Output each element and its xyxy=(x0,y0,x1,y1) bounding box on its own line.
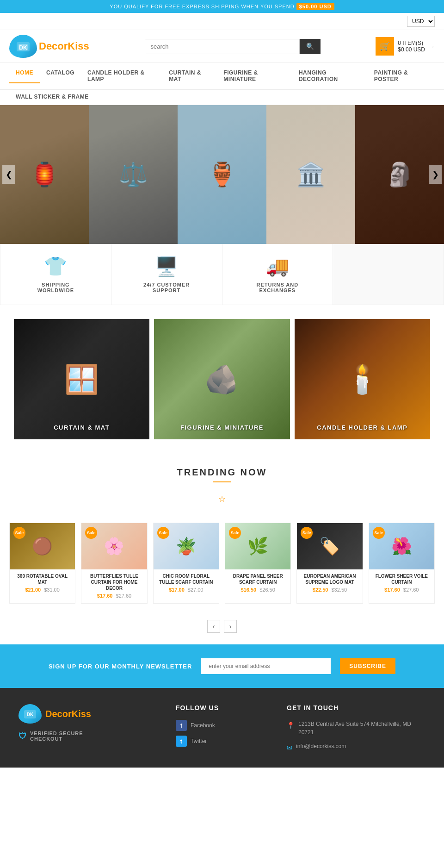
footer-facebook-link[interactable]: f Facebook xyxy=(176,720,268,731)
product-img-4: Sale 🌿 xyxy=(225,523,290,569)
candle-icon: 🕯️ xyxy=(345,363,380,396)
nav-link-hanging[interactable]: HANGING DECORATION xyxy=(292,63,368,89)
facebook-icon: f xyxy=(176,720,187,731)
nav-link-catalog[interactable]: CATALOG xyxy=(40,63,81,82)
price-sale-6: $17.60 xyxy=(384,587,400,593)
banner-text: YOU QUALIFY FOR FREE EXPRESS SHIPPING WH… xyxy=(110,4,294,9)
search-button[interactable]: 🔍 xyxy=(300,39,321,54)
nav-link-curtain[interactable]: CURTAIN & MAT xyxy=(162,63,217,89)
cart-info: 0 ITEM(S) $0.00 USD xyxy=(398,40,425,53)
product-img-3: Sale 🪴 xyxy=(154,523,219,569)
product-grid: Sale 🟤 360 ROTATABLE OVAL MAT $21.00 $31… xyxy=(0,518,444,613)
trending-title: TRENDING NOW xyxy=(9,467,435,478)
newsletter-subscribe-button[interactable]: SUBSCRIBE xyxy=(340,658,395,674)
nav-link-figurine[interactable]: FIGURINE & MINIATURE xyxy=(217,63,292,89)
cart-area[interactable]: 🛒 0 ITEM(S) $0.00 USD → xyxy=(376,37,435,56)
logo-name: DecorKiss xyxy=(39,41,89,51)
footer-contact-title: GET IN TOUCH xyxy=(287,704,426,712)
product-card-3[interactable]: Sale 🪴 CHIC ROOM FLORAL TULLE SCARF CURT… xyxy=(153,523,219,604)
cart-icon-box[interactable]: 🛒 xyxy=(376,37,394,56)
support-title: 24/7 CUSTOMERSUPPORT xyxy=(143,282,190,293)
cart-arrow-icon: → xyxy=(429,43,435,50)
price-sale-4: $16.50 xyxy=(240,587,256,593)
price-orig-5: $32.50 xyxy=(332,587,347,593)
sale-badge-4: Sale xyxy=(229,527,241,539)
hero-seg-2: ⚖️ xyxy=(89,105,178,244)
nav-link-painting[interactable]: PAINTING & POSTER xyxy=(368,63,435,89)
product-card-4[interactable]: Sale 🌿 DRAPE PANEL SHEER SCARF CURTAIN $… xyxy=(225,523,291,604)
category-candle[interactable]: 🕯️ CANDLE HOLDER & LAMP xyxy=(295,319,430,439)
footer-contact-col: GET IN TOUCH 📍 1213B Central Ave Suite 5… xyxy=(287,704,426,758)
top-banner: YOU QUALIFY FOR FREE EXPRESS SHIPPING WH… xyxy=(0,0,444,13)
hero-seg-3: 🏺 xyxy=(178,105,266,244)
nav-link-candle[interactable]: CANDLE HOLDER & LAMP xyxy=(81,63,162,89)
email-icon: ✉ xyxy=(287,743,292,753)
nav-link-wall-sticker[interactable]: WALL STICKER & FRAME xyxy=(9,90,95,105)
feature-extra xyxy=(333,244,444,305)
footer-logo[interactable]: DK DecorKiss xyxy=(18,704,157,724)
nav-row2: WALL STICKER & FRAME xyxy=(0,90,444,105)
product-price-4: $16.50 $26.50 xyxy=(225,587,290,593)
product-name-2: BUTTERFLIES TULLE CURTAIN FOR HOME DECOR xyxy=(81,569,147,593)
search-box: 🔍 xyxy=(145,39,321,54)
product-price-1: $21.00 $31.00 xyxy=(10,587,75,593)
shield-icon: 🛡 xyxy=(18,731,27,741)
category-figurine-label: FIGURINE & MINIATURE xyxy=(154,424,290,431)
verified-text: VERIFIED SECURECHECKOUT xyxy=(30,731,83,742)
category-figurine[interactable]: 🪨 FIGURINE & MINIATURE xyxy=(154,319,290,439)
nav-item-candle[interactable]: CANDLE HOLDER & LAMP xyxy=(81,63,162,89)
product-name-4: DRAPE PANEL SHEER SCARF CURTAIN xyxy=(225,569,290,587)
hero-prev-button[interactable]: ❮ xyxy=(2,165,15,184)
cart-items: 0 ITEM(S) xyxy=(398,40,425,46)
sale-badge-2: Sale xyxy=(85,527,97,539)
nav-item-painting[interactable]: PAINTING & POSTER xyxy=(368,63,435,89)
product-img-6: Sale 🌺 xyxy=(369,523,434,569)
logo-icon: DK xyxy=(9,35,37,58)
nav-item-curtain[interactable]: CURTAIN & MAT xyxy=(162,63,217,89)
product-card-5[interactable]: Sale 🏷️ EUROPEAN AMERICAN SUPREME LOGO M… xyxy=(296,523,363,604)
price-sale-3: $17.00 xyxy=(169,587,185,593)
currency-selector[interactable]: USD EUR GBP xyxy=(407,16,435,27)
product-card-2[interactable]: Sale 🌸 BUTTERFLIES TULLE CURTAIN FOR HOM… xyxy=(81,523,147,604)
logo[interactable]: DK DecorKiss xyxy=(9,35,89,58)
figurine-icon: 🪨 xyxy=(204,363,239,396)
sale-badge-3: Sale xyxy=(157,527,169,539)
product-price-2: $17.60 $27.60 xyxy=(81,593,147,599)
sale-badge-5: Sale xyxy=(301,527,313,539)
product-price-5: $22.50 $32.50 xyxy=(297,587,362,593)
footer-logo-col: DK DecorKiss 🛡 VERIFIED SECURECHECKOUT xyxy=(18,704,157,742)
returns-icon: 🚚 xyxy=(266,256,289,277)
nav-link-home[interactable]: HOME xyxy=(9,63,40,83)
footer-email[interactable]: ✉ info@decorkiss.com xyxy=(287,742,426,753)
category-curtain[interactable]: 🪟 CURTAIN & MAT xyxy=(14,319,149,439)
category-candle-label: CANDLE HOLDER & LAMP xyxy=(295,424,430,431)
price-orig-6: $27.60 xyxy=(403,587,419,593)
sale-badge-6: Sale xyxy=(373,527,385,539)
email-text: info@decorkiss.com xyxy=(296,742,346,750)
product-card-6[interactable]: Sale 🌺 FLOWER SHEER VOILE CURTAIN $17.60… xyxy=(369,523,435,604)
footer-address: 📍 1213B Central Ave Suite 574 Mitchellvi… xyxy=(287,720,426,737)
main-nav: HOME CATALOG CANDLE HOLDER & LAMP CURTAI… xyxy=(0,63,444,90)
price-orig-4: $26.50 xyxy=(259,587,275,593)
pagination-prev[interactable]: ‹ xyxy=(207,620,220,633)
pagination-next[interactable]: › xyxy=(224,620,237,633)
hero-next-button[interactable]: ❯ xyxy=(429,165,442,184)
currency-bar: USD EUR GBP xyxy=(0,13,444,30)
nav-item-hanging[interactable]: HANGING DECORATION xyxy=(292,63,368,89)
price-orig-1: $31.00 xyxy=(44,587,60,593)
search-input[interactable] xyxy=(145,39,300,54)
footer-twitter-link[interactable]: t Twitter xyxy=(176,736,268,747)
twitter-label: Twitter xyxy=(191,738,207,744)
category-curtain-label: CURTAIN & MAT xyxy=(14,424,149,431)
twitter-icon: t xyxy=(176,736,187,747)
footer-logo-icon: DK xyxy=(18,704,42,724)
nav-item-home[interactable]: HOME xyxy=(9,63,40,89)
feature-shipping: 👕 SHIPPINGWORLDWIDE xyxy=(0,244,111,305)
product-card-1[interactable]: Sale 🟤 360 ROTATABLE OVAL MAT $21.00 $31… xyxy=(9,523,75,604)
banner-amount: $50.00 USD xyxy=(296,3,334,10)
nav-item-figurine[interactable]: FIGURINE & MINIATURE xyxy=(217,63,292,89)
nav-item-catalog[interactable]: CATALOG xyxy=(40,63,81,89)
newsletter-email-input[interactable] xyxy=(201,658,331,674)
location-icon: 📍 xyxy=(287,721,295,731)
price-sale-1: $21.00 xyxy=(25,587,41,593)
